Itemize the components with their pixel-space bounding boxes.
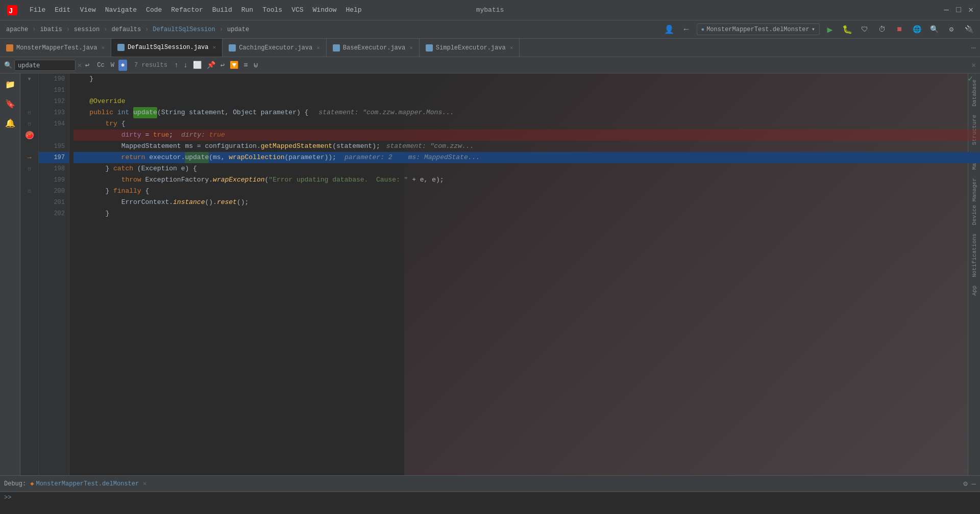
code-lines[interactable]: } @Override public int update(String sta… — [69, 73, 980, 475]
sidebar-bookmark-icon[interactable]: 🔖 — [1, 95, 19, 113]
breadcrumb-method[interactable]: update — [225, 25, 251, 34]
tab-defaultsqlsession[interactable]: DefaultSqlSession.java ✕ — [111, 39, 223, 57]
menu-help[interactable]: Help — [341, 4, 365, 16]
main-layout: 📁 🔖 🔔 ▼ ⊟ ⊟ 🍅 — [0, 73, 980, 475]
code-area[interactable]: ▼ ⊟ ⊟ 🍅 → ⊟ — [20, 73, 980, 475]
run-button[interactable]: ▶ — [823, 22, 837, 37]
back-nav-icon[interactable]: ← — [679, 22, 694, 37]
tab-close-cachingexecutor[interactable]: ✕ — [316, 44, 320, 51]
tab-close-simpleexecutor[interactable]: ✕ — [510, 44, 513, 51]
menu-navigate[interactable]: Navigate — [101, 4, 141, 16]
search-down-button[interactable]: ↓ — [182, 61, 189, 69]
gutter-197: → — [20, 152, 38, 163]
tabs-overflow-button[interactable]: ⋯ — [967, 43, 980, 53]
menu-file[interactable]: File — [26, 4, 50, 16]
tab-monstertest[interactable]: MonsterMapperTest.java ✕ — [0, 39, 111, 57]
linenum-193: 193 — [39, 107, 69, 118]
search-input[interactable] — [14, 60, 76, 71]
run-target-button[interactable]: ● MonsterMapperTest.delMonster ▾ — [697, 23, 820, 35]
menu-code[interactable]: Code — [142, 4, 166, 16]
linenum-201: 201 — [39, 197, 69, 208]
user-icon[interactable]: 👤 — [662, 22, 676, 37]
breadcrumb-session[interactable]: session — [72, 25, 102, 34]
search-context-button[interactable]: ≡ — [242, 61, 249, 69]
code-line-197: return executor.update(ms, wrapCollectio… — [74, 152, 980, 163]
search-clear-button[interactable]: ✕ — [78, 61, 82, 69]
search-close-button[interactable]: ✕ — [972, 61, 976, 69]
code-line-190: } — [74, 73, 980, 85]
sidebar-project-icon[interactable]: 📁 — [1, 75, 19, 94]
settings-icon[interactable]: ⚙ — [944, 22, 959, 37]
menu-run[interactable]: Run — [237, 4, 257, 16]
translate-button[interactable]: 🌐 — [910, 22, 924, 37]
tabs-bar: MonsterMapperTest.java ✕ DefaultSqlSessi… — [0, 39, 980, 57]
sidebar-notification-icon[interactable]: 🔔 — [1, 114, 19, 133]
debug-prompt: >> — [4, 494, 11, 501]
regex-button[interactable]: ✱ — [118, 60, 127, 71]
menu-edit[interactable]: Edit — [51, 4, 75, 16]
breakpoint-tomato[interactable]: 🍅 — [26, 131, 34, 139]
whole-word-button[interactable]: W — [109, 60, 116, 71]
fold-icon-194[interactable]: ⊟ — [28, 121, 31, 127]
coverage-button[interactable]: 🛡 — [857, 22, 872, 37]
tab-close-monstertest[interactable]: ✕ — [101, 44, 105, 51]
fold-icon-193[interactable]: ⊟ — [28, 110, 31, 116]
stop-button[interactable]: ■ — [892, 22, 906, 37]
menu-refactor[interactable]: Refactor — [167, 4, 207, 16]
tab-baseexecutor[interactable]: BaseExecutor.java ✕ — [327, 39, 420, 57]
menu-vcs[interactable]: VCS — [287, 4, 307, 16]
search-filter-button[interactable]: 🔽 — [228, 61, 240, 69]
tab-simpleexecutor[interactable]: SimpleExecutor.java ✕ — [420, 39, 520, 57]
tab-cachingexecutor[interactable]: CachingExecutor.java ✕ — [223, 39, 327, 57]
gutter-195 — [20, 141, 38, 152]
search-up-button[interactable]: ↑ — [173, 61, 180, 69]
gutter-191 — [20, 85, 38, 96]
breadcrumb-defaults[interactable]: defaults — [109, 25, 143, 34]
debug-minimize-button[interactable]: — — [972, 480, 976, 488]
menu-window[interactable]: Window — [309, 4, 341, 16]
search-funnel-button[interactable]: ⊌ — [252, 61, 260, 69]
match-case-button[interactable]: Cc — [95, 60, 106, 71]
code-line-193: public int update(String statement, Obje… — [74, 107, 980, 118]
debug-run-button[interactable]: 🐛 — [840, 22, 854, 37]
menu-view[interactable]: View — [76, 4, 100, 16]
fold-icon-198[interactable]: ⊟ — [28, 166, 31, 172]
gutter-icons: ▼ ⊟ ⊟ 🍅 → ⊟ — [20, 73, 39, 475]
profiler-button[interactable]: ⏱ — [875, 22, 889, 37]
linenum-190: 190 — [39, 73, 69, 85]
breadcrumb-class[interactable]: DefaultSqlSession — [151, 25, 217, 34]
gutter-192 — [20, 96, 38, 107]
tab-close-baseexecutor[interactable]: ✕ — [409, 44, 413, 51]
gutter-193: ⊟ — [20, 107, 38, 118]
linenum-err — [39, 130, 69, 141]
search-pin-button[interactable]: 📌 — [205, 61, 217, 69]
nav-bar: apache › ibatis › session › defaults › D… — [0, 20, 980, 39]
debug-content: >> — [0, 492, 980, 514]
project-title: mybatis — [476, 6, 504, 14]
debug-settings-button[interactable]: ⚙ — [963, 479, 967, 488]
search-prev-match[interactable]: ↩ — [84, 61, 91, 69]
fold-icon-190[interactable]: ▼ — [28, 76, 31, 82]
fold-icon-200[interactable]: ⊟ — [28, 188, 31, 194]
search-multiline-button[interactable]: ⬜ — [191, 61, 203, 69]
plugin-icon[interactable]: 🔌 — [962, 22, 976, 37]
search-wrap-button[interactable]: ↩ — [219, 61, 226, 69]
svg-text:J: J — [9, 7, 13, 15]
minimize-button[interactable]: — — [942, 6, 950, 14]
search-bar: 🔍 ✕ ↩ Cc W ✱ 7 results ↑ ↓ ⬜ 📌 ↩ 🔽 ≡ ⊌ ✕ — [0, 57, 980, 73]
close-button[interactable]: ✕ — [967, 6, 975, 14]
menu-build[interactable]: Build — [208, 4, 236, 16]
breadcrumb-ibatis[interactable]: ibatis — [38, 25, 64, 34]
app-logo: J — [5, 3, 19, 17]
linenum-192: 192 — [39, 96, 69, 107]
tab-close-defaultsqlsession[interactable]: ✕ — [213, 44, 216, 50]
execution-arrow: → — [27, 153, 31, 162]
menu-tools[interactable]: Tools — [258, 4, 286, 16]
maximize-button[interactable]: □ — [954, 6, 963, 14]
breadcrumb-apache[interactable]: apache — [4, 25, 30, 34]
code-line-191 — [74, 85, 980, 96]
debug-session-tab[interactable]: ◆ MonsterMapperTest.delMonster — [30, 480, 139, 487]
debug-tab-close[interactable]: ✕ — [143, 480, 146, 487]
search-everywhere-icon[interactable]: 🔍 — [927, 22, 941, 37]
linenum-191: 191 — [39, 85, 69, 96]
